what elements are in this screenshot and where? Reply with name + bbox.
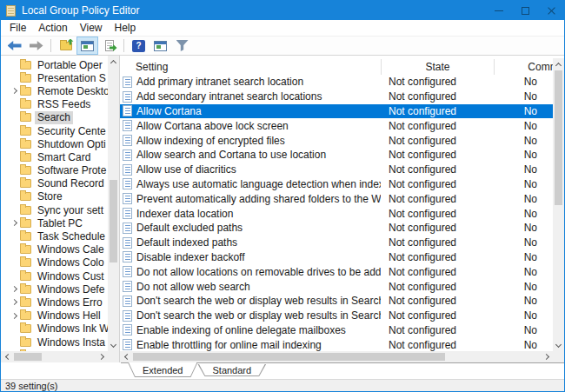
scroll-down-button[interactable] <box>553 340 564 351</box>
title-bar[interactable]: Local Group Policy Editor <box>1 1 564 20</box>
setting-row[interactable]: Enable throttling for online mail indexi… <box>120 337 553 351</box>
forward-button[interactable] <box>26 37 46 54</box>
scroll-thumb[interactable] <box>133 353 445 361</box>
state-cell: Not configured <box>381 222 494 234</box>
help-button[interactable] <box>129 37 149 54</box>
expand-chevron-icon[interactable] <box>9 300 20 304</box>
state-cell: Not configured <box>381 236 494 249</box>
scroll-down-button[interactable] <box>108 340 119 351</box>
scroll-thumb[interactable] <box>14 353 42 361</box>
scroll-left-button[interactable] <box>1 351 12 362</box>
tab-standard[interactable]: Standard <box>197 363 266 376</box>
setting-name: Enable throttling for online mail indexi… <box>136 339 322 351</box>
setting-row[interactable]: Allow use of diacriticsNot configuredNo <box>120 163 553 177</box>
chevron-right-icon <box>11 286 17 292</box>
up-one-level-button[interactable] <box>56 37 76 54</box>
setting-row[interactable]: Default excluded pathsNot configuredNo <box>120 221 553 236</box>
tree-item-smart-card[interactable]: Smart Card <box>1 150 108 163</box>
scroll-thumb[interactable] <box>555 70 562 205</box>
setting-row[interactable]: Add primary intranet search locationNot … <box>120 75 553 90</box>
comment-cell: No <box>494 309 553 322</box>
tree-item-software-prote[interactable]: Software Prote <box>1 164 108 177</box>
expand-chevron-icon[interactable] <box>9 314 20 318</box>
tree-item-search[interactable]: Search <box>1 111 108 124</box>
column-header-state[interactable]: State <box>381 59 494 75</box>
expand-chevron-icon[interactable] <box>9 221 20 225</box>
comment-cell: No <box>494 163 553 176</box>
tree-item-windows-defe[interactable]: Windows Defe <box>1 282 108 296</box>
tree-item-windows-cust[interactable]: Windows Cust <box>1 269 108 282</box>
tree-item-tablet-pc[interactable]: Tablet PC <box>1 216 108 229</box>
tree-item-windows-erro[interactable]: Windows Erro <box>1 296 108 309</box>
expand-chevron-icon[interactable] <box>9 89 20 93</box>
setting-name: Prevent automatically adding shared fold… <box>136 193 381 205</box>
setting-row[interactable]: Enable indexing of online delegate mailb… <box>120 323 553 338</box>
chevron-right-icon <box>11 220 17 226</box>
setting-row[interactable]: Indexer data locationNot configuredNo <box>120 206 553 221</box>
tree-item-store[interactable]: Store <box>1 190 108 203</box>
tree-item-sound-record[interactable]: Sound Record <box>1 177 108 190</box>
setting-row[interactable]: Allow indexing of encrypted filesNot con… <box>120 133 553 148</box>
setting-row[interactable]: Always use automatic language detection … <box>120 177 553 192</box>
close-button[interactable] <box>538 1 564 20</box>
show-window-button[interactable] <box>150 37 170 54</box>
tree-item-windows-insta[interactable]: Windows Insta <box>1 336 108 349</box>
menu-file[interactable]: File <box>3 20 32 36</box>
minimize-button[interactable] <box>486 1 512 20</box>
show-console-tree-button[interactable] <box>77 37 97 54</box>
maximize-button[interactable] <box>512 1 538 20</box>
policy-setting-icon <box>123 324 132 336</box>
state-cell: Not configured <box>381 251 494 263</box>
tree-item-windows-colo[interactable]: Windows Colo <box>1 256 108 269</box>
export-list-button[interactable] <box>99 37 119 54</box>
tab-extended[interactable]: Extended <box>128 362 197 377</box>
tree-item-list: Portable OperPresentation SRemote Deskto… <box>1 58 108 351</box>
tree-item-shutdown-opti[interactable]: Shutdown Opti <box>1 137 108 150</box>
tree-item-presentation-s[interactable]: Presentation S <box>1 71 108 84</box>
setting-row[interactable]: Don't search the web or display web resu… <box>120 309 553 323</box>
menu-view[interactable]: View <box>74 20 109 36</box>
scroll-thumb[interactable] <box>110 180 117 262</box>
tree-item-label: Tablet PC <box>35 216 85 229</box>
tree-item-task-schedule[interactable]: Task Schedule <box>1 229 108 243</box>
setting-row[interactable]: Allow CortanaNot configuredNo <box>120 104 553 119</box>
column-header-comment[interactable]: Commen <box>494 59 553 75</box>
tree-item-portable-oper[interactable]: Portable Oper <box>1 58 108 71</box>
scroll-right-button[interactable] <box>542 351 553 362</box>
scroll-right-button[interactable] <box>96 351 108 362</box>
menu-help[interactable]: Help <box>109 20 143 36</box>
tree-vertical-scrollbar[interactable] <box>108 56 119 351</box>
tree-item-security-cente[interactable]: Security Cente <box>1 124 108 137</box>
folder-icon <box>20 324 31 333</box>
tree-item-remote-deskto[interactable]: Remote Deskto <box>1 84 108 97</box>
setting-row[interactable]: Add secondary intranet search locationsN… <box>120 90 553 104</box>
menu-action[interactable]: Action <box>32 20 73 36</box>
filter-button[interactable] <box>172 37 192 54</box>
tree-horizontal-scrollbar[interactable] <box>1 351 108 362</box>
tree-item-rss-feeds[interactable]: RSS Feeds <box>1 98 108 111</box>
folder-icon <box>20 74 31 83</box>
back-button[interactable] <box>4 37 24 54</box>
list-vertical-scrollbar[interactable] <box>553 58 564 351</box>
scroll-up-button[interactable] <box>108 56 119 67</box>
expand-chevron-icon[interactable] <box>9 287 20 291</box>
setting-row[interactable]: Prevent automatically adding shared fold… <box>120 191 553 206</box>
comment-cell: No <box>494 193 553 205</box>
tree-item-windows-ink-w[interactable]: Windows Ink W <box>1 322 108 336</box>
column-header-setting[interactable]: Setting <box>120 59 381 75</box>
setting-row[interactable]: Don't search the web or display web resu… <box>120 294 553 309</box>
list-horizontal-scrollbar[interactable] <box>120 351 553 362</box>
tree-item-windows-hell[interactable]: Windows Hell <box>1 309 108 322</box>
setting-row[interactable]: Allow search and Cortana to use location… <box>120 148 553 163</box>
comment-cell: No <box>494 76 553 88</box>
setting-cell: Enable indexing of online delegate mailb… <box>120 324 381 336</box>
setting-row[interactable]: Default indexed pathsNot configuredNo <box>120 236 553 250</box>
setting-row[interactable]: Do not allow web searchNot configuredNo <box>120 279 553 294</box>
scroll-left-button[interactable] <box>120 351 131 362</box>
setting-row[interactable]: Do not allow locations on removable driv… <box>120 264 553 279</box>
tree-item-sync-your-sett[interactable]: Sync your sett <box>1 203 108 216</box>
scroll-up-button[interactable] <box>553 58 564 70</box>
tree-item-windows-cale[interactable]: Windows Cale <box>1 243 108 256</box>
setting-row[interactable]: Allow Cortana above lock screenNot confi… <box>120 118 553 133</box>
setting-row[interactable]: Disable indexer backoffNot configuredNo <box>120 250 553 265</box>
